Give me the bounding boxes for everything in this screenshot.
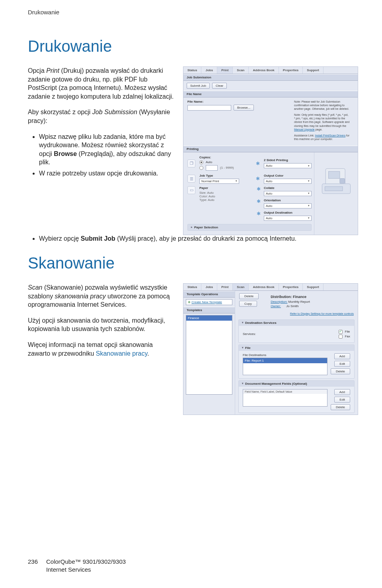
dest-services-header: Destination Services — [245, 321, 277, 325]
breadcrumb: Drukowanie — [28, 9, 358, 16]
template-ops-bar: Template Operations — [183, 291, 235, 298]
chevron-right-icon: ▸ — [191, 226, 193, 229]
browse-button[interactable]: Browse... — [234, 105, 254, 111]
chevron-down-icon: ▾ — [242, 382, 244, 385]
two-sided-label: 2 Sided Printing — [264, 158, 312, 162]
dmf-add-button[interactable]: Add — [334, 389, 350, 395]
tab-properties[interactable]: Properties — [279, 67, 303, 74]
copies-manual-radio[interactable] — [199, 166, 203, 170]
file-name-label: File Name: — [187, 100, 290, 103]
output-color-select[interactable]: Auto▾ — [264, 179, 312, 184]
paper-selection-expand[interactable]: ▸ Paper Selection — [188, 224, 311, 230]
job-submission-title: Job Submission — [183, 74, 358, 81]
page-number: 236 — [28, 558, 46, 566]
dmf-delete-button[interactable]: Delete — [331, 404, 350, 410]
tab-address-book[interactable]: Address Book — [249, 67, 279, 74]
submit-job-button[interactable]: Submit Job — [187, 83, 210, 89]
svg-rect-4 — [325, 187, 342, 191]
page-footer: 236ColorQube™ 9301/9302/9303 Internet Se… — [28, 558, 126, 574]
note-2: Note: Only print ready files (*.pdf, *.p… — [294, 113, 354, 131]
heading-skanowanie: Skanowanie — [28, 254, 358, 272]
copy-template-button[interactable]: Copy — [239, 301, 257, 307]
output-color-label: Output Color — [264, 174, 312, 177]
two-sided-select[interactable]: Auto▾ — [264, 163, 312, 168]
paper-color: Color: Auto — [199, 195, 253, 198]
scan-paragraph-1: Scan (Skanowanie) pozwala wyświetlić wsz… — [28, 283, 175, 309]
paper-label: Paper — [199, 186, 253, 190]
print-bullet-3: Wybierz opcję Submit Job (Wyślij pracę),… — [39, 235, 306, 242]
tab-jobs[interactable]: Jobs — [201, 284, 217, 290]
print-paragraph-2: Aby skorzystać z opcji Job Submission (W… — [28, 108, 175, 125]
scan-paragraph-3: Więcej informacji na temat opcji skanowa… — [28, 341, 175, 358]
tab-print[interactable]: Print — [217, 284, 233, 290]
note-1: Note: Please wait for Job Submission con… — [294, 100, 354, 111]
copies-auto-radio[interactable] — [199, 160, 203, 164]
owner-row: Owner: Jo Smith — [271, 304, 354, 308]
file-checkbox[interactable] — [339, 330, 343, 334]
copies-input[interactable] — [206, 165, 218, 171]
file-add-button[interactable]: Add — [334, 353, 350, 359]
template-item-finance[interactable]: Finance — [186, 315, 232, 321]
file-name-input[interactable] — [187, 105, 231, 111]
description-row: Description: Monthly Report — [271, 300, 354, 304]
collate-label: Collate — [264, 186, 312, 190]
tab-address-book[interactable]: Address Book — [249, 284, 279, 290]
file-dest-item[interactable]: File: Report 1 — [243, 358, 327, 363]
svg-rect-2 — [328, 171, 339, 179]
note-3: Assistance Link: Install Print/Scan Driv… — [294, 134, 354, 141]
copies-label: Copies: — [199, 156, 252, 159]
tab-scan[interactable]: Scan — [233, 284, 249, 290]
print-paragraph-1: Opcja Print (Drukuj) pozwala wysłać do d… — [28, 66, 175, 101]
jobtype-select[interactable]: Normal Print▾ — [199, 179, 239, 184]
dmf-header: Document Management Fields (Optional) — [245, 382, 307, 386]
distribution-title: Distribution: Finance — [271, 295, 354, 299]
asterisk-icon: ✱ — [255, 186, 262, 196]
tab-status[interactable]: Status — [183, 284, 201, 290]
heading-drukowanie: Drukowanie — [28, 37, 358, 55]
tab-scan[interactable]: Scan — [233, 67, 249, 74]
clear-button[interactable]: Clear — [212, 83, 227, 89]
chevron-down-icon: ▾ — [242, 321, 244, 324]
tab-support[interactable]: Support — [303, 284, 324, 290]
create-template-link[interactable]: ⊕ Create New Template — [186, 300, 232, 305]
asterisk-icon: ✱ — [255, 199, 262, 208]
tab-bar: Status Jobs Print Scan Address Book Prop… — [183, 67, 358, 74]
tab-status[interactable]: Status — [183, 67, 201, 74]
jobtype-icon: ☰ — [187, 175, 195, 183]
orientation-select[interactable]: Auto▾ — [264, 203, 312, 208]
orientation-label: Orientation — [264, 199, 312, 202]
output-dest-label: Output Destination — [264, 211, 312, 214]
output-dest-select[interactable]: Auto▾ — [264, 216, 312, 221]
asterisk-icon: ✱ — [254, 161, 261, 166]
copies-icon: ❐ — [187, 160, 195, 167]
file-delete-button[interactable]: Delete — [331, 368, 350, 374]
paper-type: Type: Auto — [199, 198, 253, 202]
file-edit-button[interactable]: Edit — [334, 361, 350, 367]
fax-checkbox[interactable] — [339, 335, 343, 339]
delete-template-button[interactable]: Delete — [239, 293, 259, 299]
file-name-bar: File Name — [183, 91, 358, 97]
file-header: File — [245, 346, 251, 350]
tab-support[interactable]: Support — [303, 67, 324, 74]
collate-select[interactable]: Auto▾ — [264, 191, 312, 196]
dmf-columns: Field Name, Field Label, Default Value — [243, 389, 327, 394]
scan-screenshot: Status Jobs Print Scan Address Book Prop… — [183, 283, 358, 415]
tab-print[interactable]: Print — [217, 67, 233, 74]
asterisk-icon: ✱ — [254, 176, 261, 181]
copies-auto-text: Auto — [206, 160, 212, 164]
services-label: Services: — [243, 332, 256, 336]
chevron-down-icon: ▾ — [242, 346, 244, 349]
asterisk-icon: ✱ — [255, 211, 262, 221]
templates-bar: Templates — [183, 307, 235, 313]
printing-bar: Printing — [183, 146, 358, 152]
svg-rect-3 — [339, 178, 344, 183]
scan-paragraph-2: Użyj opcji skanowania do tworzenia, mody… — [28, 316, 175, 333]
print-screenshot: Status Jobs Print Scan Address Book Prop… — [183, 66, 358, 235]
print-bullet-2: W razie potrzeby ustaw opcje drukowania. — [39, 169, 175, 178]
jobtype-label: Job Type — [199, 174, 252, 177]
dmf-edit-button[interactable]: Edit — [334, 397, 350, 403]
tab-properties[interactable]: Properties — [279, 284, 303, 290]
tab-jobs[interactable]: Jobs — [201, 67, 217, 74]
display-settings-link[interactable]: Refer to Display Settings for more templ… — [290, 312, 354, 315]
paper-size: Size: Auto — [199, 191, 253, 195]
